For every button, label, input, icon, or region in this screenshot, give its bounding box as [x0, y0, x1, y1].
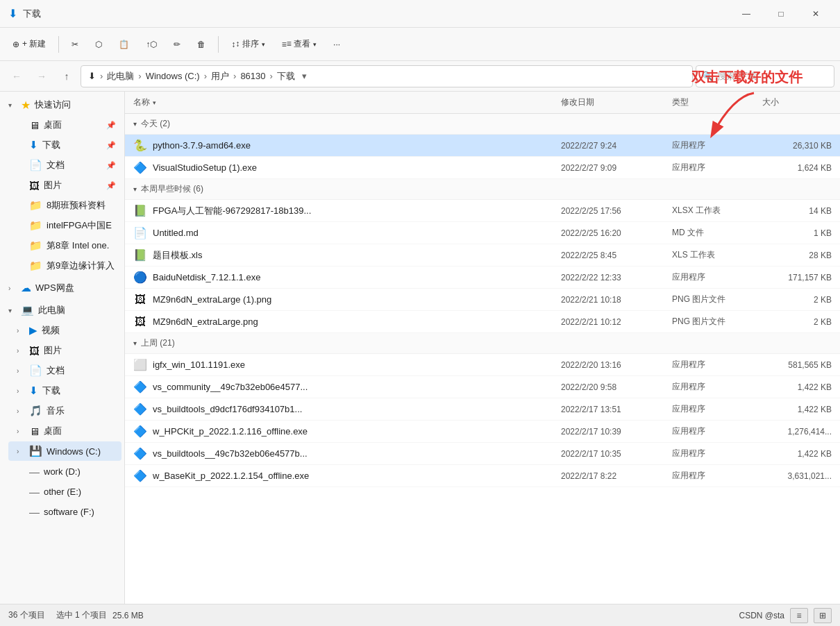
path-sep-3: ›: [233, 71, 236, 81]
file-label-0-0: python-3.7.9-amd64.exe: [153, 140, 251, 151]
cut-button[interactable]: ✂: [65, 35, 85, 53]
minimize-button[interactable]: —: [730, 3, 762, 25]
desktop-pin-icon: 📌: [106, 121, 116, 130]
path-icon: ⬇: [88, 71, 96, 81]
winc-label: Windows (C:): [47, 446, 101, 457]
view-chevron-icon: ▾: [313, 41, 317, 48]
group-header-2[interactable]: ▾上周 (21): [125, 333, 840, 354]
file-label-1-3: BaiduNetdisk_7.12.1.1.exe: [153, 272, 260, 282]
sidebar-item-desktop[interactable]: 🖥 桌面 📌: [8, 115, 121, 135]
grid-view-button[interactable]: ⊞: [814, 608, 832, 623]
up-button[interactable]: ↑: [56, 65, 78, 87]
file-row-1-5[interactable]: 🖼 MZ9n6dN_extraLarge.png 2022/2/21 10:12…: [125, 311, 840, 333]
sort-button[interactable]: ↕ ↕ 排序 ▾: [224, 34, 271, 54]
sidebar-item-software-f[interactable]: — software (F:): [8, 502, 121, 521]
file-row-1-2[interactable]: 📗 题目模板.xls 2022/2/25 8:45 XLS 工作表 28 KB: [125, 244, 840, 267]
file-size-1-1: 1 KB: [762, 228, 832, 238]
quick-access-label: 快速访问: [35, 99, 71, 111]
file-name-2-1: 🔷 vs_community__49c7b32eb06e4577...: [133, 380, 561, 394]
paste-button[interactable]: 📋: [112, 35, 136, 53]
ch9-label: 第9章边缘计算入: [47, 260, 115, 272]
col-header-name[interactable]: 名称 ▾: [133, 96, 561, 108]
file-row-1-0[interactable]: 📗 FPGA与人工智能-967292817-18b139... 2022/2/2…: [125, 200, 840, 222]
sidebar-item-work-d[interactable]: — work (D:): [8, 462, 121, 481]
new-label: + 新建: [22, 38, 46, 50]
maximize-button[interactable]: □: [765, 3, 797, 25]
file-label-1-4: MZ9n6dN_extraLarge (1).png: [153, 294, 271, 305]
sidebar-item-dl2[interactable]: › ⬇ 下载: [8, 381, 121, 400]
file-row-1-3[interactable]: 🔵 BaiduNetdisk_7.12.1.1.exe 2022/2/22 12…: [125, 267, 840, 289]
path-part-2: 用户: [211, 70, 229, 83]
file-date-2-3: 2022/2/17 10:39: [561, 427, 672, 437]
sidebar-quick-access-header[interactable]: ▾ ★ 快速访问: [3, 95, 121, 115]
file-row-0-1[interactable]: 🔷 VisualStudioSetup (1).exe 2022/2/27 9:…: [125, 157, 840, 179]
sidebar-wps-header[interactable]: › ☁ WPS网盘: [3, 278, 121, 298]
sidebar-item-documents[interactable]: 📄 文档 📌: [8, 155, 121, 175]
file-label-1-5: MZ9n6dN_extraLarge.png: [153, 316, 258, 327]
statusbar-total: 36 个项目: [8, 609, 45, 621]
forward-button[interactable]: →: [31, 65, 53, 87]
col-header-type[interactable]: 类型: [672, 96, 762, 108]
sidebar-item-windows-c[interactable]: › 💾 Windows (C:): [8, 441, 121, 461]
group-header-0[interactable]: ▾今天 (2): [125, 114, 840, 135]
dl2-expand-icon: ›: [17, 387, 25, 395]
path-chevron-icon: ▾: [302, 71, 307, 81]
file-row-2-2[interactable]: 🔷 vs_buildtools_d9dcf176df934107b1... 20…: [125, 398, 840, 421]
softf-icon: —: [29, 506, 40, 518]
rename-button[interactable]: ✏: [167, 35, 187, 53]
file-icon-0-0: 🐍: [133, 139, 147, 152]
col-date-label: 修改日期: [561, 96, 594, 108]
group-header-1[interactable]: ▾本周早些时候 (6): [125, 179, 840, 200]
sidebar-item-ch8[interactable]: 📁 第8章 Intel one.: [8, 236, 121, 255]
file-row-0-0[interactable]: 🐍 python-3.7.9-amd64.exe 2022/2/27 9:24 …: [125, 135, 840, 157]
share-button[interactable]: ↑⬡: [139, 35, 164, 53]
file-name-0-0: 🐍 python-3.7.9-amd64.exe: [133, 139, 561, 152]
file-label-2-5: w_BaseKit_p_2022.1.2.154_offline.exe: [153, 471, 309, 481]
group-expand-icon-1: ▾: [133, 185, 137, 193]
copy-button[interactable]: ⬡: [88, 35, 109, 53]
file-date-1-0: 2022/2/25 17:56: [561, 206, 672, 216]
video-label: 视频: [42, 324, 60, 337]
music-expand-icon: ›: [17, 407, 25, 415]
more-button[interactable]: ···: [326, 35, 347, 53]
sidebar-thispc-header[interactable]: ▾ 💻 此电脑: [3, 301, 121, 320]
search-box[interactable]: 🔍 搜索"下载": [696, 65, 834, 87]
sidebar-item-pictures[interactable]: 🖼 图片 📌: [8, 176, 121, 195]
sidebar-item-ch9[interactable]: 📁 第9章边缘计算入: [8, 256, 121, 276]
address-path[interactable]: ⬇ › 此电脑 › Windows (C:) › 用户 › 86130 › 下载…: [81, 65, 693, 87]
file-date-1-5: 2022/2/21 10:12: [561, 317, 672, 327]
list-view-button[interactable]: ≡: [790, 608, 808, 623]
new-icon: ⊕: [12, 40, 19, 49]
file-type-2-5: 应用程序: [672, 470, 762, 482]
pictures-label: 图片: [44, 179, 62, 192]
delete-button[interactable]: 🗑: [190, 35, 212, 53]
sidebar-item-img[interactable]: › 🖼 图片: [8, 341, 121, 360]
file-row-2-0[interactable]: ⬜ igfx_win_101.1191.exe 2022/2/20 13:16 …: [125, 354, 840, 376]
new-button[interactable]: ⊕ + 新建: [6, 34, 53, 54]
sidebar-item-doc[interactable]: › 📄 文档: [8, 361, 121, 380]
view-button[interactable]: ≡ ≡ 查看 ▾: [275, 34, 324, 54]
file-date-2-2: 2022/2/17 13:51: [561, 405, 672, 414]
sidebar-item-music[interactable]: › 🎵 音乐: [8, 401, 121, 421]
file-type-1-0: XLSX 工作表: [672, 205, 762, 217]
back-button[interactable]: ←: [6, 65, 28, 87]
close-button[interactable]: ✕: [800, 3, 832, 25]
file-row-2-1[interactable]: 🔷 vs_community__49c7b32eb06e4577... 2022…: [125, 376, 840, 398]
file-row-1-4[interactable]: 🖼 MZ9n6dN_extraLarge (1).png 2022/2/21 1…: [125, 289, 840, 311]
sidebar-item-other-e[interactable]: — other (E:): [8, 482, 121, 501]
file-size-2-4: 1,422 KB: [762, 449, 832, 459]
titlebar-title: 下载: [23, 8, 730, 20]
desktop-label: 桌面: [44, 119, 62, 131]
col-header-size[interactable]: 大小: [762, 96, 832, 108]
file-row-1-1[interactable]: 📄 Untitled.md 2022/2/25 16:20 MD 文件 1 KB: [125, 222, 840, 244]
copy-icon: ⬡: [95, 40, 102, 49]
sidebar-item-desktop2[interactable]: › 🖥 桌面: [8, 421, 121, 441]
sidebar-item-8qi[interactable]: 📁 8期班预科资料: [8, 196, 121, 215]
sidebar-item-video[interactable]: › ▶ 视频: [8, 321, 121, 340]
sidebar-item-intel[interactable]: 📁 intelFPGA中国E: [8, 216, 121, 235]
file-row-2-4[interactable]: 🔷 vs_buildtools__49c7b32eb06e4577b... 20…: [125, 443, 840, 465]
col-header-date[interactable]: 修改日期: [561, 96, 672, 108]
sidebar-item-downloads[interactable]: ⬇ 下载 📌: [8, 135, 121, 155]
file-row-2-5[interactable]: 🔷 w_BaseKit_p_2022.1.2.154_offline.exe 2…: [125, 465, 840, 487]
file-row-2-3[interactable]: 🔷 w_HPCKit_p_2022.1.2.116_offline.exe 20…: [125, 421, 840, 443]
